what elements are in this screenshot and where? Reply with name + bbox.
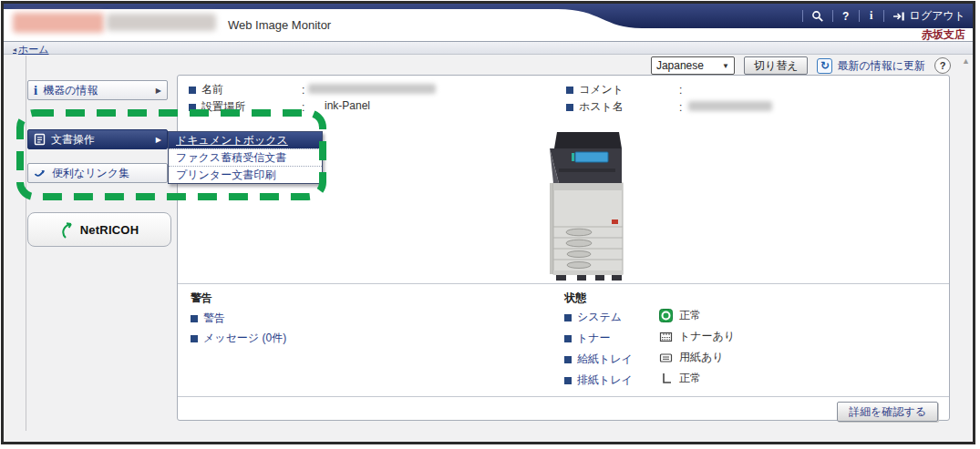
device-location-row: 設置場所 : bbox=[189, 99, 304, 115]
device-location-label: 設置場所 bbox=[201, 99, 302, 115]
status-label: システム bbox=[577, 310, 622, 325]
info-icon[interactable]: i bbox=[868, 9, 875, 23]
bullet-square bbox=[564, 335, 572, 342]
bullet-square bbox=[191, 335, 198, 342]
bullet-square bbox=[566, 104, 573, 111]
breadcrumb-home-label: ホーム bbox=[18, 43, 49, 56]
section-divider bbox=[178, 396, 949, 397]
status-input-tray-link[interactable]: 給紙トレイ bbox=[564, 352, 633, 367]
search-icon[interactable] bbox=[811, 10, 824, 23]
bullet-square bbox=[189, 104, 196, 111]
alert-section-heading: 警告 bbox=[191, 291, 212, 306]
colon: : bbox=[302, 101, 304, 114]
sidebar-item-device-info[interactable]: i 機器の情報 ▶ bbox=[27, 80, 168, 100]
header: Web Image Monitor ? i ログアウト 赤坂支店 bbox=[4, 4, 973, 41]
breadcrumb-home-link[interactable]: ◂ ホーム bbox=[13, 43, 49, 56]
device-name-value-blurred bbox=[308, 84, 436, 94]
sidebar-divider-line bbox=[26, 56, 26, 431]
sidebar-item-useful-links[interactable]: 便利なリンク集 bbox=[27, 163, 168, 183]
status-label: トナー bbox=[577, 331, 611, 346]
sidebar-item-document-ops[interactable]: 文書操作 ▶ bbox=[27, 129, 168, 149]
toner-gauge-icon bbox=[659, 330, 673, 343]
toolbar: Japanese ▼ 切り替え ↻ 最新の情報に更新 ? bbox=[651, 56, 951, 76]
section-divider bbox=[178, 283, 949, 284]
logout-icon bbox=[892, 11, 905, 22]
browser-frame: Web Image Monitor ? i ログアウト 赤坂支店 bbox=[1, 1, 975, 444]
device-name-label: 名前 bbox=[201, 82, 302, 97]
document-icon bbox=[34, 133, 46, 146]
message-link-label: メッセージ (0件) bbox=[203, 331, 286, 346]
device-hostname-row: ホスト名 : bbox=[566, 99, 682, 115]
submenu-item-document-box[interactable]: ドキュメントボックス bbox=[169, 132, 322, 148]
breadcrumb-bar: ◂ ホーム bbox=[4, 41, 973, 55]
submenu-arrow-icon: ▶ bbox=[156, 87, 161, 95]
paper-tray-icon bbox=[659, 351, 673, 364]
refresh-icon: ↻ bbox=[817, 58, 832, 74]
device-location-value-tail: ink-Panel bbox=[325, 99, 370, 112]
alert-link[interactable]: 警告 bbox=[191, 311, 225, 326]
language-selected-value: Japanese bbox=[656, 59, 704, 72]
bullet-square bbox=[564, 314, 572, 321]
refresh-link[interactable]: ↻ 最新の情報に更新 bbox=[817, 58, 925, 74]
device-hostname-value-blurred bbox=[688, 101, 772, 111]
back-triangle-icon: ◂ bbox=[13, 46, 16, 54]
status-system-value: 正常 bbox=[659, 308, 701, 323]
netricoh-label: NetRICOH bbox=[80, 223, 139, 237]
colon: : bbox=[302, 84, 304, 97]
logout-label: ログアウト bbox=[910, 8, 965, 24]
colon: : bbox=[679, 101, 682, 114]
output-tray-icon bbox=[659, 372, 673, 385]
submenu-item-fax-received[interactable]: ファクス蓄積受信文書 bbox=[169, 148, 322, 166]
sidebar-item-label: 文書操作 bbox=[51, 132, 95, 148]
status-output-tray-value: 正常 bbox=[659, 371, 701, 386]
status-value-text: トナーあり bbox=[679, 329, 735, 344]
bullet-square bbox=[191, 315, 198, 322]
separator bbox=[859, 10, 860, 22]
device-comment-row: コメント : bbox=[566, 82, 682, 97]
submenu-item-printer-print[interactable]: プリンター文書印刷 bbox=[169, 166, 322, 183]
blurred-device-model bbox=[107, 14, 216, 31]
status-value-text: 正常 bbox=[679, 371, 701, 386]
status-output-tray-link[interactable]: 排紙トレイ bbox=[564, 372, 633, 388]
switch-language-button[interactable]: 切り替え bbox=[744, 56, 809, 75]
chevron-down-icon: ▼ bbox=[722, 62, 729, 70]
link-arrow-icon bbox=[34, 168, 46, 179]
submenu-arrow-icon: ▶ bbox=[156, 136, 161, 144]
document-ops-submenu: ドキュメントボックス ファクス蓄積受信文書 プリンター文書印刷 bbox=[168, 131, 323, 184]
screenshot-stage: Web Image Monitor ? i ログアウト 赤坂支店 bbox=[0, 0, 980, 449]
bullet-square bbox=[564, 356, 572, 363]
status-value-text: 正常 bbox=[679, 308, 701, 323]
refresh-label: 最新の情報に更新 bbox=[837, 58, 925, 74]
alert-link-label: 警告 bbox=[203, 311, 225, 326]
header-icon-bar: ? i ログアウト bbox=[802, 6, 965, 26]
status-toner-link[interactable]: トナー bbox=[564, 331, 611, 346]
status-label: 給紙トレイ bbox=[577, 352, 633, 367]
scrollbar-up-icon[interactable]: ▲ bbox=[962, 56, 970, 66]
netricoh-swoosh-icon bbox=[60, 219, 78, 240]
bullet-square bbox=[566, 87, 573, 94]
printer-image bbox=[531, 128, 650, 285]
bullet-square bbox=[564, 377, 572, 384]
app-title: Web Image Monitor bbox=[228, 18, 331, 32]
device-hostname-label: ホスト名 bbox=[579, 99, 679, 115]
separator bbox=[802, 10, 803, 22]
status-value-text: 用紙あり bbox=[679, 350, 724, 365]
status-system-link[interactable]: システム bbox=[564, 310, 622, 325]
help-icon[interactable]: ? bbox=[841, 10, 851, 23]
sidebar-item-label: 機器の情報 bbox=[43, 83, 98, 98]
netricoh-button[interactable]: NetRICOH bbox=[27, 212, 171, 247]
device-comment-label: コメント bbox=[579, 82, 679, 97]
status-label: 排紙トレイ bbox=[577, 372, 633, 388]
device-name-row: 名前 : bbox=[189, 82, 304, 97]
main-panel: 名前 : 設置場所 : ink-Panel コメント : ホスト名 : bbox=[177, 75, 950, 421]
status-section-heading: 状態 bbox=[564, 291, 586, 306]
bullet-square bbox=[189, 87, 196, 94]
sidebar-item-label: 便利なリンク集 bbox=[52, 166, 129, 181]
logout-button[interactable]: ログアウト bbox=[892, 8, 965, 24]
status-toner-value: トナーあり bbox=[659, 329, 735, 344]
message-link[interactable]: メッセージ (0件) bbox=[191, 331, 286, 346]
page-help-icon[interactable]: ? bbox=[934, 57, 951, 74]
language-select[interactable]: Japanese ▼ bbox=[651, 56, 735, 75]
colon: : bbox=[679, 84, 682, 97]
check-details-button[interactable]: 詳細を確認する bbox=[837, 402, 938, 422]
